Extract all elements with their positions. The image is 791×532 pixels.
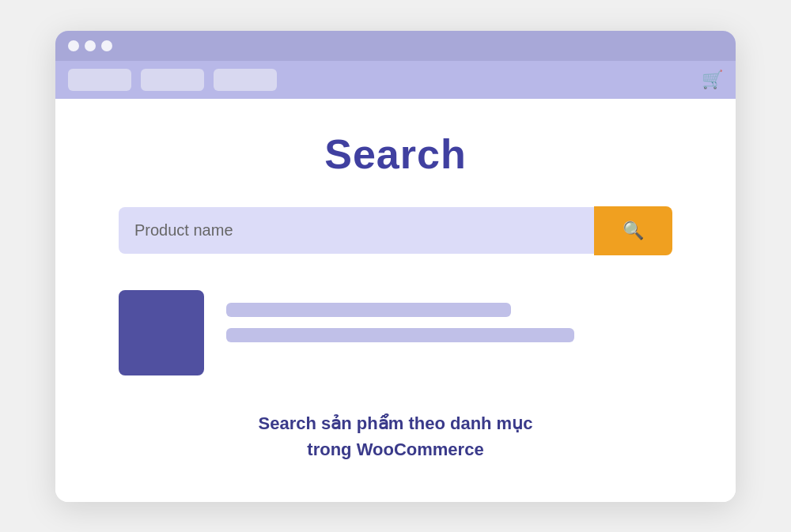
traffic-light-close[interactable] xyxy=(68,40,79,51)
traffic-light-maximize[interactable] xyxy=(101,40,112,51)
nav-link-2[interactable] xyxy=(141,69,204,91)
traffic-light-minimize[interactable] xyxy=(85,40,96,51)
main-content: Search 🔍 Search sản phẩm theo danh mục t… xyxy=(55,99,736,502)
product-text-lines xyxy=(226,290,574,342)
caption-line1: Search sản phẩm theo danh mục xyxy=(119,410,672,436)
search-bar: 🔍 xyxy=(119,206,672,255)
nav-link-3[interactable] xyxy=(214,69,277,91)
product-title-line xyxy=(226,303,511,317)
traffic-lights xyxy=(68,40,112,51)
search-icon: 🔍 xyxy=(623,221,644,241)
product-desc-line xyxy=(226,328,574,342)
page-title: Search xyxy=(119,130,672,178)
nav-bar: 🛒 xyxy=(55,61,736,99)
title-bar xyxy=(55,31,736,61)
product-card-placeholder xyxy=(119,290,672,375)
search-button[interactable]: 🔍 xyxy=(594,206,672,255)
product-image-placeholder xyxy=(119,290,204,375)
nav-link-1[interactable] xyxy=(68,69,131,91)
nav-links xyxy=(68,69,277,91)
browser-window: 🛒 Search 🔍 Search sản phẩm theo danh mục… xyxy=(55,31,736,502)
cart-icon[interactable]: 🛒 xyxy=(702,70,723,90)
caption-line2: trong WooCommerce xyxy=(119,436,672,462)
caption: Search sản phẩm theo danh mục trong WooC… xyxy=(119,410,672,462)
search-input[interactable] xyxy=(119,207,594,254)
